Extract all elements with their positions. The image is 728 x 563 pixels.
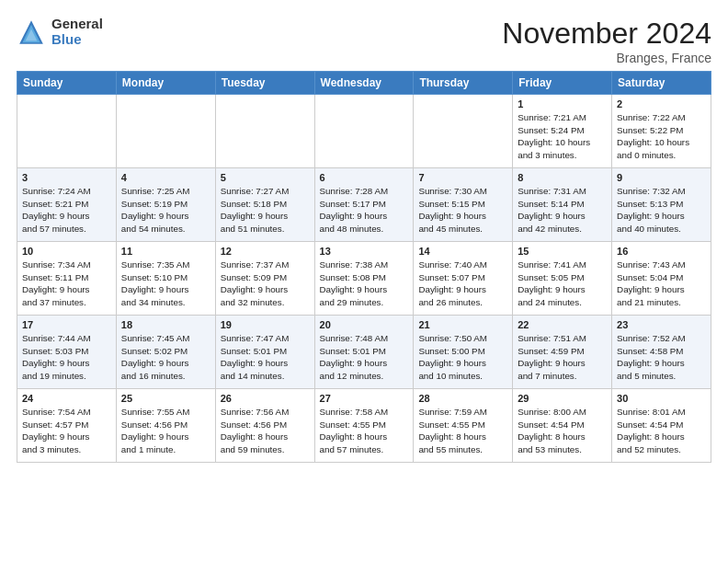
day-info: Sunrise: 7:27 AM Sunset: 5:18 PM Dayligh… xyxy=(221,185,310,236)
day-number: 22 xyxy=(518,319,607,330)
day-number: 9 xyxy=(617,172,706,183)
logo-icon xyxy=(17,17,46,47)
day-info: Sunrise: 7:55 AM Sunset: 4:56 PM Dayligh… xyxy=(121,406,210,456)
calendar-cell: 13Sunrise: 7:38 AM Sunset: 5:08 PM Dayli… xyxy=(314,242,414,316)
day-info: Sunrise: 7:59 AM Sunset: 4:55 PM Dayligh… xyxy=(418,406,507,456)
day-number: 5 xyxy=(221,172,310,183)
day-info: Sunrise: 7:45 AM Sunset: 5:02 PM Dayligh… xyxy=(121,332,210,383)
calendar-cell xyxy=(215,95,314,168)
calendar-cell: 5Sunrise: 7:27 AM Sunset: 5:18 PM Daylig… xyxy=(215,168,314,242)
day-info: Sunrise: 7:30 AM Sunset: 5:15 PM Dayligh… xyxy=(418,185,507,236)
day-info: Sunrise: 7:32 AM Sunset: 5:13 PM Dayligh… xyxy=(617,185,706,236)
day-header-saturday: Saturday xyxy=(612,72,711,95)
calendar-cell: 21Sunrise: 7:50 AM Sunset: 5:00 PM Dayli… xyxy=(414,316,513,389)
logo: General Blue xyxy=(17,17,103,47)
day-header-wednesday: Wednesday xyxy=(314,72,414,95)
day-info: Sunrise: 7:48 AM Sunset: 5:01 PM Dayligh… xyxy=(320,332,409,383)
day-info: Sunrise: 7:58 AM Sunset: 4:55 PM Dayligh… xyxy=(320,406,409,456)
day-number: 14 xyxy=(418,246,507,257)
calendar-week-row: 3Sunrise: 7:24 AM Sunset: 5:21 PM Daylig… xyxy=(17,168,711,242)
calendar-cell: 20Sunrise: 7:48 AM Sunset: 5:01 PM Dayli… xyxy=(314,316,414,389)
day-info: Sunrise: 7:34 AM Sunset: 5:11 PM Dayligh… xyxy=(22,259,111,309)
day-info: Sunrise: 7:38 AM Sunset: 5:08 PM Dayligh… xyxy=(320,259,409,309)
day-info: Sunrise: 7:37 AM Sunset: 5:09 PM Dayligh… xyxy=(221,259,310,309)
day-info: Sunrise: 8:01 AM Sunset: 4:54 PM Dayligh… xyxy=(617,406,706,456)
day-number: 17 xyxy=(22,319,111,330)
day-number: 4 xyxy=(121,172,210,183)
day-info: Sunrise: 7:47 AM Sunset: 5:01 PM Dayligh… xyxy=(221,332,310,383)
calendar-cell: 7Sunrise: 7:30 AM Sunset: 5:15 PM Daylig… xyxy=(414,168,513,242)
calendar-cell xyxy=(414,95,513,168)
day-info: Sunrise: 7:44 AM Sunset: 5:03 PM Dayligh… xyxy=(22,332,111,383)
calendar-cell: 22Sunrise: 7:51 AM Sunset: 4:59 PM Dayli… xyxy=(513,316,612,389)
day-number: 10 xyxy=(22,246,111,257)
calendar-cell: 26Sunrise: 7:56 AM Sunset: 4:56 PM Dayli… xyxy=(215,389,314,463)
day-header-thursday: Thursday xyxy=(414,72,513,95)
calendar-cell: 6Sunrise: 7:28 AM Sunset: 5:17 PM Daylig… xyxy=(314,168,414,242)
day-info: Sunrise: 7:24 AM Sunset: 5:21 PM Dayligh… xyxy=(22,185,111,236)
calendar-cell: 8Sunrise: 7:31 AM Sunset: 5:14 PM Daylig… xyxy=(513,168,612,242)
day-info: Sunrise: 7:22 AM Sunset: 5:22 PM Dayligh… xyxy=(617,111,706,162)
calendar-cell: 29Sunrise: 8:00 AM Sunset: 4:54 PM Dayli… xyxy=(513,389,612,463)
day-number: 21 xyxy=(418,319,507,330)
day-number: 12 xyxy=(221,246,310,257)
location: Branges, France xyxy=(502,51,711,65)
day-number: 7 xyxy=(418,172,507,183)
page: General Blue November 2024 Branges, Fran… xyxy=(0,0,728,474)
day-number: 20 xyxy=(320,319,409,330)
day-number: 16 xyxy=(617,246,706,257)
day-info: Sunrise: 7:43 AM Sunset: 5:04 PM Dayligh… xyxy=(617,259,706,309)
calendar: SundayMondayTuesdayWednesdayThursdayFrid… xyxy=(17,71,711,463)
day-info: Sunrise: 7:21 AM Sunset: 5:24 PM Dayligh… xyxy=(518,111,607,162)
calendar-cell: 3Sunrise: 7:24 AM Sunset: 5:21 PM Daylig… xyxy=(17,168,117,242)
day-info: Sunrise: 8:00 AM Sunset: 4:54 PM Dayligh… xyxy=(518,406,607,456)
day-info: Sunrise: 7:54 AM Sunset: 4:57 PM Dayligh… xyxy=(22,406,111,456)
day-info: Sunrise: 7:28 AM Sunset: 5:17 PM Dayligh… xyxy=(320,185,409,236)
calendar-cell xyxy=(17,95,117,168)
day-info: Sunrise: 7:35 AM Sunset: 5:10 PM Dayligh… xyxy=(121,259,210,309)
day-info: Sunrise: 7:50 AM Sunset: 5:00 PM Dayligh… xyxy=(418,332,507,383)
day-number: 1 xyxy=(518,98,607,109)
calendar-cell: 30Sunrise: 8:01 AM Sunset: 4:54 PM Dayli… xyxy=(612,389,711,463)
day-number: 28 xyxy=(418,393,507,404)
day-number: 3 xyxy=(22,172,111,183)
day-info: Sunrise: 7:41 AM Sunset: 5:05 PM Dayligh… xyxy=(518,259,607,309)
day-number: 19 xyxy=(221,319,310,330)
calendar-cell xyxy=(314,95,414,168)
calendar-cell: 19Sunrise: 7:47 AM Sunset: 5:01 PM Dayli… xyxy=(215,316,314,389)
calendar-cell: 9Sunrise: 7:32 AM Sunset: 5:13 PM Daylig… xyxy=(612,168,711,242)
calendar-cell: 12Sunrise: 7:37 AM Sunset: 5:09 PM Dayli… xyxy=(215,242,314,316)
calendar-cell: 27Sunrise: 7:58 AM Sunset: 4:55 PM Dayli… xyxy=(314,389,414,463)
calendar-cell: 28Sunrise: 7:59 AM Sunset: 4:55 PM Dayli… xyxy=(414,389,513,463)
calendar-cell: 1Sunrise: 7:21 AM Sunset: 5:24 PM Daylig… xyxy=(513,95,612,168)
calendar-cell: 23Sunrise: 7:52 AM Sunset: 4:58 PM Dayli… xyxy=(612,316,711,389)
calendar-header-row: SundayMondayTuesdayWednesdayThursdayFrid… xyxy=(17,72,711,95)
day-number: 29 xyxy=(518,393,607,404)
day-info: Sunrise: 7:40 AM Sunset: 5:07 PM Dayligh… xyxy=(418,259,507,309)
day-number: 18 xyxy=(121,319,210,330)
day-number: 27 xyxy=(320,393,409,404)
calendar-cell xyxy=(116,95,215,168)
calendar-cell: 14Sunrise: 7:40 AM Sunset: 5:07 PM Dayli… xyxy=(414,242,513,316)
month-title: November 2024 xyxy=(502,17,711,51)
logo-text: General Blue xyxy=(51,17,103,47)
day-info: Sunrise: 7:56 AM Sunset: 4:56 PM Dayligh… xyxy=(221,406,310,456)
calendar-week-row: 1Sunrise: 7:21 AM Sunset: 5:24 PM Daylig… xyxy=(17,95,711,168)
day-number: 11 xyxy=(121,246,210,257)
day-number: 6 xyxy=(320,172,409,183)
day-header-tuesday: Tuesday xyxy=(215,72,314,95)
day-header-sunday: Sunday xyxy=(17,72,117,95)
calendar-week-row: 10Sunrise: 7:34 AM Sunset: 5:11 PM Dayli… xyxy=(17,242,711,316)
day-info: Sunrise: 7:25 AM Sunset: 5:19 PM Dayligh… xyxy=(121,185,210,236)
header: General Blue November 2024 Branges, Fran… xyxy=(17,17,711,65)
calendar-cell: 11Sunrise: 7:35 AM Sunset: 5:10 PM Dayli… xyxy=(116,242,215,316)
day-number: 13 xyxy=(320,246,409,257)
calendar-cell: 25Sunrise: 7:55 AM Sunset: 4:56 PM Dayli… xyxy=(116,389,215,463)
calendar-week-row: 17Sunrise: 7:44 AM Sunset: 5:03 PM Dayli… xyxy=(17,316,711,389)
day-header-friday: Friday xyxy=(513,72,612,95)
calendar-cell: 24Sunrise: 7:54 AM Sunset: 4:57 PM Dayli… xyxy=(17,389,117,463)
title-block: November 2024 Branges, France xyxy=(502,17,711,65)
day-info: Sunrise: 7:52 AM Sunset: 4:58 PM Dayligh… xyxy=(617,332,706,383)
day-number: 24 xyxy=(22,393,111,404)
day-number: 25 xyxy=(121,393,210,404)
